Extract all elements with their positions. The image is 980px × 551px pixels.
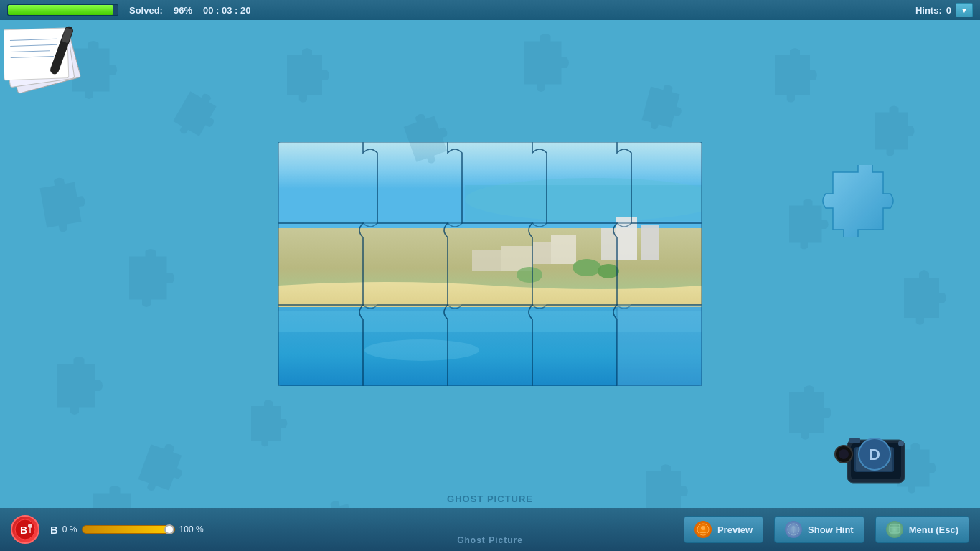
show-hint-label: Show Hint (808, 524, 854, 535)
bottom-bar: B B 0 % 100 % Ghost Picture Preview (0, 508, 980, 551)
preview-button[interactable]: Preview (684, 516, 763, 543)
show-hint-button[interactable]: Show Hint (774, 516, 864, 543)
brightness-slider[interactable] (82, 525, 175, 534)
top-bar: Solved: 96% 00 : 03 : 20 Hints: 0 ▼ (0, 0, 980, 20)
hints-count: 0 (946, 5, 951, 16)
solved-value: 96% (174, 5, 192, 16)
loose-piece-top-left[interactable] (4, 22, 97, 100)
svg-rect-35 (849, 438, 860, 443)
bottom-logo: B (11, 515, 39, 544)
menu-button[interactable]: Menu (Esc) (875, 516, 969, 543)
svg-point-34 (839, 449, 849, 459)
hints-label: Hints: (915, 5, 942, 16)
svg-point-44 (792, 526, 795, 529)
svg-text:B: B (20, 524, 27, 536)
timer: 00 : 03 : 20 (203, 5, 251, 16)
svg-rect-46 (890, 524, 900, 533)
menu-label: Menu (Esc) (909, 524, 958, 535)
brightness-slider-container[interactable] (82, 525, 175, 534)
preview-icon (694, 521, 712, 538)
brightness-max: 100 % (179, 524, 204, 534)
progress-bar-fill (8, 5, 113, 15)
hint-icon (785, 521, 802, 538)
ghost-picture-label: Ghost Picture (447, 494, 533, 504)
svg-point-36 (898, 441, 904, 446)
progress-bar-container (7, 4, 118, 16)
svg-rect-26 (617, 305, 702, 386)
hints-container: Hints: 0 ▼ (915, 3, 973, 17)
brightness-slider-thumb[interactable] (164, 524, 174, 534)
svg-point-39 (28, 524, 32, 528)
svg-point-42 (701, 526, 705, 530)
hints-dropdown-btn[interactable]: ▼ (956, 3, 973, 17)
puzzle-overlay: .piece-line { stroke: rgba(0,60,100,0.5)… (278, 142, 702, 386)
puzzle-container[interactable]: .piece-line { stroke: rgba(0,60,100,0.5)… (275, 138, 705, 390)
preview-label: Preview (717, 524, 753, 535)
ghost-picture-text: Ghost Picture (457, 535, 523, 545)
brightness-label: B (50, 524, 58, 536)
menu-icon (886, 521, 903, 538)
loose-piece-right[interactable] (819, 165, 897, 240)
solved-label: Solved: (129, 5, 163, 16)
svg-text:D: D (869, 446, 880, 463)
device-bottom-right: D (829, 408, 923, 501)
brightness-section: B 0 % 100 % (50, 524, 204, 536)
brightness-min: 0 % (62, 524, 77, 534)
